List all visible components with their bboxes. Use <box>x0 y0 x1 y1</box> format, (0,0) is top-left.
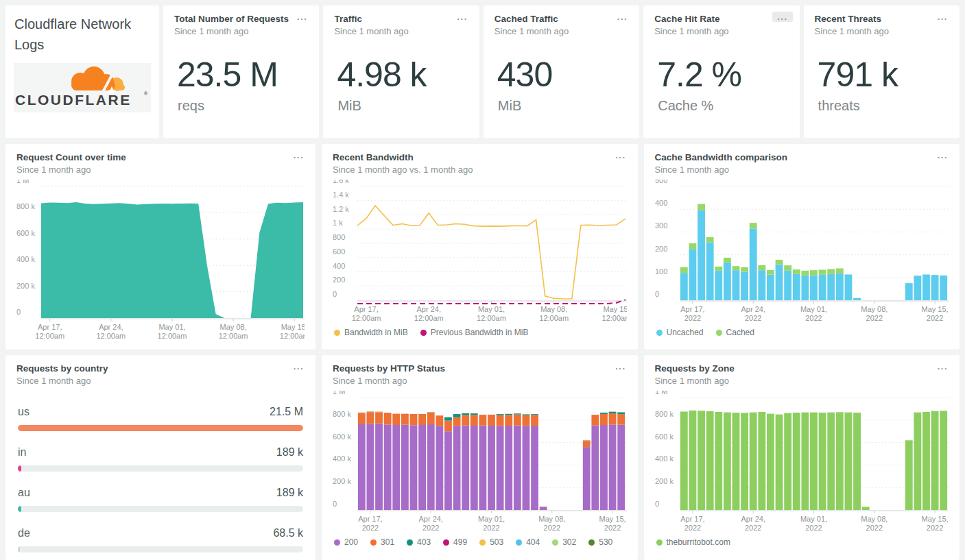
legend-dot <box>716 330 722 336</box>
card-menu-button[interactable]: ... <box>289 150 309 160</box>
svg-text:100: 100 <box>655 267 667 276</box>
card-menu-button[interactable]: ... <box>933 150 953 160</box>
legend-item[interactable]: Cached <box>716 328 754 337</box>
legend-item[interactable]: Bandwidth in MiB <box>334 328 408 337</box>
stat-unit: Cache % <box>658 98 799 114</box>
card-header: Total Number of Requests Since 1 month a… <box>163 5 319 38</box>
legend-item[interactable]: 404 <box>516 537 540 547</box>
legend-label: 499 <box>453 537 467 547</box>
zone-bar-chart[interactable]: 1 M800 k600 k400 k200 k0Apr 17,2022Apr 2… <box>655 391 949 535</box>
legend-label: 404 <box>526 537 540 547</box>
dashboard-title-line1: Cloudflare Network <box>14 14 159 34</box>
svg-text:Apr 24,: Apr 24, <box>417 305 441 313</box>
card-menu-button[interactable]: ... <box>610 361 630 372</box>
card-menu-button[interactable]: ... <box>289 361 309 372</box>
legend-label: Previous Bandwidth in MiB <box>431 328 529 337</box>
chart-legend: UncachedCached <box>656 328 960 337</box>
svg-text:200: 200 <box>655 245 667 253</box>
recent-bandwidth-line-chart[interactable]: 1.6 k1.4 k1.2 k1 k8006004002000Apr 17,12… <box>333 180 627 325</box>
legend-label: 503 <box>490 537 503 547</box>
country-list: us21.5 Min189 kau189 kde68.5 k <box>5 388 315 552</box>
country-value: 21.5 M <box>270 406 303 418</box>
legend-label: Uncached <box>667 328 704 337</box>
svg-text:Apr 24,: Apr 24, <box>741 515 765 523</box>
svg-text:Apr 24,: Apr 24, <box>99 323 123 331</box>
legend-dot <box>407 539 413 546</box>
legend-item[interactable]: Previous Bandwidth in MiB <box>420 328 529 337</box>
svg-text:800 k: 800 k <box>333 410 351 418</box>
svg-text:May 15,: May 15, <box>603 305 626 313</box>
stat-value: 791 k <box>818 55 960 95</box>
stat-unit: MiB <box>337 98 479 114</box>
country-bar-fill <box>18 425 303 431</box>
svg-text:12:00am: 12:00am <box>414 314 444 322</box>
svg-text:0: 0 <box>333 500 337 508</box>
country-code: de <box>18 527 30 539</box>
svg-text:800: 800 <box>333 233 345 241</box>
card-header: Recent Threats Since 1 month ago <box>804 5 960 38</box>
legend-label: Cached <box>726 328 754 337</box>
stat-value: 23.5 M <box>177 55 319 95</box>
legend-item[interactable]: theburritobot.com <box>656 537 730 547</box>
svg-text:May 15,: May 15, <box>921 305 948 313</box>
card-header: Recent Bandwidth Since 1 month ago vs. 1… <box>322 144 638 177</box>
country-code: us <box>18 406 29 418</box>
card-header: Requests by HTTP Status Since 1 month ag… <box>322 355 638 388</box>
legend-item[interactable]: 530 <box>588 537 612 547</box>
svg-text:2022: 2022 <box>422 524 439 532</box>
card-menu-button[interactable]: ... <box>452 12 472 22</box>
legend-label: 403 <box>417 537 431 547</box>
legend-label: theburritobot.com <box>667 537 730 547</box>
svg-text:May 01,: May 01, <box>478 305 505 313</box>
card-subtitle: Since 1 month ago <box>655 164 949 177</box>
stat-value: 430 <box>497 55 639 95</box>
svg-text:2022: 2022 <box>805 314 822 322</box>
country-row-header: us21.5 M <box>18 406 303 418</box>
request-count-area-chart[interactable]: 1 M800 k600 k400 k200 k0Apr 17,12:00amAp… <box>16 180 305 343</box>
svg-text:600 k: 600 k <box>16 229 35 237</box>
card-menu-button[interactable]: ... <box>610 150 630 160</box>
svg-text:2022: 2022 <box>805 524 822 532</box>
cache-bandwidth-bar-chart[interactable]: 5004003002001000Apr 17,2022Apr 24,2022Ma… <box>655 180 949 325</box>
legend-dot <box>334 330 340 336</box>
country-row-us: us21.5 M <box>18 406 303 431</box>
legend-item[interactable]: 503 <box>479 537 503 547</box>
legend-item[interactable]: 499 <box>443 537 467 547</box>
card-menu-button[interactable]: ... <box>772 12 792 22</box>
country-code: au <box>18 487 30 499</box>
svg-text:May 01,: May 01, <box>158 323 185 331</box>
svg-text:200: 200 <box>333 276 345 284</box>
card-recent-bandwidth: Recent Bandwidth Since 1 month ago vs. 1… <box>322 144 638 350</box>
legend-item[interactable]: 200 <box>334 537 358 547</box>
svg-text:May 15,: May 15, <box>599 515 626 523</box>
card-recent-threats: Recent Threats Since 1 month ago ... 791… <box>804 5 960 138</box>
http-status-stacked-bar-chart[interactable]: 1 M800 k600 k400 k200 k0Apr 17,2022Apr 2… <box>333 391 627 535</box>
legend-dot <box>334 539 340 546</box>
svg-text:1.2 k: 1.2 k <box>333 205 349 213</box>
chart-row-2: Requests by country Since 1 month ago ..… <box>5 355 960 560</box>
card-cache-hit-rate: Cache Hit Rate Since 1 month ago ... 7.2… <box>643 5 799 138</box>
card-menu-button[interactable]: ... <box>933 361 953 372</box>
legend-item[interactable]: Uncached <box>656 328 704 337</box>
card-menu-button[interactable]: ... <box>933 12 953 22</box>
card-menu-button[interactable]: ... <box>612 12 632 22</box>
card-request-count: Request Count over time Since 1 month ag… <box>5 144 315 350</box>
cloudflare-wordmark: CLOUDFLARE <box>15 92 132 108</box>
legend-dot <box>552 539 558 546</box>
legend-item[interactable]: 301 <box>370 537 394 547</box>
card-header: Cache Bandwidth comparison Since 1 month… <box>644 144 960 177</box>
chart-body: 1 M800 k600 k400 k200 k0Apr 17,2022Apr 2… <box>322 388 638 535</box>
legend-item[interactable]: 302 <box>552 537 576 547</box>
chart-body: 5004003002001000Apr 17,2022Apr 24,2022Ma… <box>644 177 960 325</box>
country-value: 189 k <box>276 446 303 459</box>
svg-text:1 M: 1 M <box>333 391 345 395</box>
svg-text:12:00am: 12:00am <box>352 314 381 322</box>
legend-item[interactable]: 403 <box>407 537 431 547</box>
svg-text:400 k: 400 k <box>333 454 351 463</box>
svg-text:May 08,: May 08, <box>540 305 567 313</box>
card-title: Requests by Zone <box>655 363 949 375</box>
svg-text:1 M: 1 M <box>655 391 667 395</box>
legend-dot <box>420 330 427 336</box>
card-menu-button[interactable]: ... <box>292 12 312 22</box>
svg-text:800 k: 800 k <box>16 202 35 210</box>
